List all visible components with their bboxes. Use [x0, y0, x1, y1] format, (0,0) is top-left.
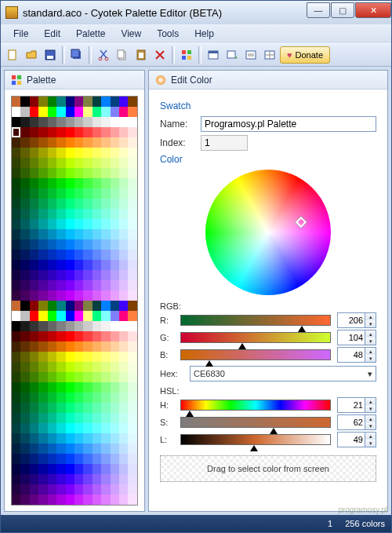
new-icon[interactable]	[4, 46, 21, 64]
swatch-cell[interactable]	[119, 178, 128, 188]
swatch-cell[interactable]	[128, 341, 136, 352]
swatch-cell[interactable]	[20, 362, 29, 372]
swatch-cell[interactable]	[93, 107, 101, 117]
swatch-cell[interactable]	[30, 107, 38, 117]
swatch-cell[interactable]	[66, 188, 74, 199]
swatch-cell[interactable]	[12, 229, 20, 239]
swatch-cell[interactable]	[38, 239, 47, 250]
swatch-cell[interactable]	[74, 260, 83, 270]
swatch-cell[interactable]	[119, 341, 128, 352]
swatch-cell[interactable]	[119, 199, 128, 209]
swatch-cell[interactable]	[20, 454, 29, 464]
swatch-cell[interactable]	[20, 168, 29, 178]
swatch-cell[interactable]	[66, 403, 74, 413]
swatch-cell[interactable]	[128, 433, 136, 444]
swatch-cell[interactable]	[66, 454, 74, 464]
swatch-cell[interactable]	[101, 280, 110, 290]
swatch-cell[interactable]	[128, 444, 136, 454]
swatch-cell[interactable]	[66, 444, 74, 454]
swatch-cell[interactable]	[93, 311, 101, 321]
g-spin[interactable]: ▴▾	[337, 330, 376, 345]
swatch-cell[interactable]	[38, 464, 47, 474]
swatch-cell[interactable]	[66, 280, 74, 290]
swatch-cell[interactable]	[93, 413, 101, 423]
swatch-cell[interactable]	[101, 188, 110, 199]
swatch-cell[interactable]	[66, 331, 74, 341]
swatch-cell[interactable]	[74, 270, 83, 280]
window-icon[interactable]	[205, 46, 222, 64]
swatch-cell[interactable]	[66, 260, 74, 270]
swatch-cell[interactable]	[119, 188, 128, 199]
swatch-cell[interactable]	[111, 199, 119, 209]
swatch-cell[interactable]	[93, 331, 101, 341]
swatch-cell[interactable]	[48, 423, 56, 433]
swatch-cell[interactable]	[128, 301, 136, 311]
swatch-cell[interactable]	[38, 158, 47, 168]
swatch-cell[interactable]	[38, 290, 47, 301]
swatch-cell[interactable]	[111, 413, 119, 423]
swatch-cell[interactable]	[66, 158, 74, 168]
swatch-cell[interactable]	[101, 311, 110, 321]
swatch-cell[interactable]	[30, 280, 38, 290]
swatch-cell[interactable]	[12, 209, 20, 219]
swatch-cell[interactable]	[56, 454, 65, 464]
b-slider[interactable]	[180, 349, 331, 360]
swatch-cell[interactable]	[119, 209, 128, 219]
swatch-cell[interactable]	[12, 239, 20, 250]
swatch-cell[interactable]	[74, 290, 83, 301]
swatch-cell[interactable]	[111, 290, 119, 301]
swatch-cell[interactable]	[20, 229, 29, 239]
swatch-cell[interactable]	[30, 209, 38, 219]
swatch-cell[interactable]	[93, 433, 101, 444]
swatch-cell[interactable]	[30, 97, 38, 107]
swatch-cell[interactable]	[83, 341, 92, 352]
menu-palette[interactable]: Palette	[70, 27, 111, 41]
hex-dropdown[interactable]: CE6830▾	[190, 366, 376, 381]
swatch-cell[interactable]	[48, 433, 56, 444]
swatch-cell[interactable]	[66, 311, 74, 321]
swatch-cell[interactable]	[48, 188, 56, 199]
swatch-cell[interactable]	[101, 260, 110, 270]
swatch-cell[interactable]	[111, 372, 119, 382]
swatch-cell[interactable]	[83, 97, 92, 107]
swatch-cell[interactable]	[119, 158, 128, 168]
swatch-cell[interactable]	[111, 107, 119, 117]
swatch-cell[interactable]	[111, 392, 119, 403]
swatch-cell[interactable]	[83, 178, 92, 188]
swatch-cell[interactable]	[48, 382, 56, 392]
swatch-cell[interactable]	[30, 321, 38, 331]
swatch-cell[interactable]	[20, 321, 29, 331]
swatch-cell[interactable]	[83, 352, 92, 362]
swatch-cell[interactable]	[93, 148, 101, 158]
swatch-cell[interactable]	[101, 321, 110, 331]
swatch-cell[interactable]	[111, 331, 119, 341]
swatch-cell[interactable]	[128, 372, 136, 382]
swatch-cell[interactable]	[12, 188, 20, 199]
swatch-cell[interactable]	[101, 168, 110, 178]
swatch-cell[interactable]	[20, 188, 29, 199]
r-spin[interactable]: ▴▾	[337, 312, 376, 328]
swatch-cell[interactable]	[38, 148, 47, 158]
swatch-cell[interactable]	[83, 127, 92, 137]
swatch-cell[interactable]	[20, 250, 29, 260]
swatch-cell[interactable]	[83, 270, 92, 280]
swatch-cell[interactable]	[93, 127, 101, 137]
swatch-cell[interactable]	[111, 433, 119, 444]
swatch-cell[interactable]	[74, 403, 83, 413]
swatch-cell[interactable]	[74, 454, 83, 464]
swatch-cell[interactable]	[38, 413, 47, 423]
swatch-cell[interactable]	[56, 392, 65, 403]
swatch-cell[interactable]	[111, 311, 119, 321]
swatch-cell[interactable]	[119, 127, 128, 137]
swatch-cell[interactable]	[66, 474, 74, 484]
swatch-cell[interactable]	[56, 352, 65, 362]
swatch-cell[interactable]	[12, 290, 20, 301]
swatch-cell[interactable]	[101, 362, 110, 372]
swatch-cell[interactable]	[101, 352, 110, 362]
swatch-cell[interactable]	[12, 444, 20, 454]
swatch-cell[interactable]	[30, 474, 38, 484]
swatch-cell[interactable]	[30, 372, 38, 382]
g-slider[interactable]	[180, 332, 331, 343]
swatch-cell[interactable]	[12, 413, 20, 423]
swatch-cell[interactable]	[119, 454, 128, 464]
